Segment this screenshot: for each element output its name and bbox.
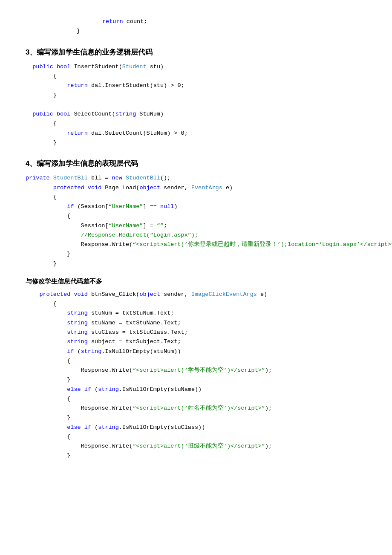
code-line: if (Session[“UserName”] == null) (26, 202, 366, 211)
code-line: { (26, 432, 366, 442)
code-line: { (26, 299, 366, 309)
code-line: return dal.InsertStudent(stu) > 0; (26, 81, 366, 90)
code-line: protected void Page_Load(object sender, … (26, 183, 366, 193)
code-line: string subject = txtSubject.Text; (26, 337, 366, 347)
save-code-block: protected void btnSave_Click(object send… (26, 290, 366, 461)
code-line: public bool SelectCount(string StuNum) (26, 110, 366, 119)
code-line: } (26, 413, 366, 422)
code-line: Response.Write(“<script>alert(‘姓名不能为空’)<… (26, 404, 366, 413)
code-line: Response.Write(“<script>alert(’你未登录或已超时，… (26, 240, 366, 249)
section3-code-block: public bool InsertStudent(Student stu) {… (26, 62, 366, 147)
code-line: Session[“UserName”] = “”; (26, 221, 366, 231)
code-line: } (26, 259, 366, 269)
code-line: { (26, 193, 366, 202)
code-line: string stuClass = txtStuClass.Text; (26, 328, 366, 337)
code-line: Response.Write(“<script>alert(‘学号不能为空’)<… (26, 366, 366, 375)
code-line: { (26, 356, 366, 366)
code-line: } (26, 451, 366, 460)
code-line: protected void btnSave_Click(object send… (26, 290, 366, 299)
code-line (26, 100, 366, 110)
code-line: } (26, 91, 366, 100)
code-line: else if (string.IsNullOrEmpty(stuName)) (26, 385, 366, 394)
section3-heading: 3、编写添加学生信息的业务逻辑层代码 (26, 46, 366, 58)
code-line: string stuName = txtStuName.Text; (26, 318, 366, 328)
code-line: string stuNum = txtStuNum.Text; (26, 309, 366, 318)
code-line: { (26, 119, 366, 128)
code-line: else if (string.IsNullOrEmpty(stuClass)) (26, 423, 366, 432)
note-text: 与修改学生信息代码差不多 (26, 276, 366, 286)
code-line: { (26, 211, 366, 221)
code-line: public bool InsertStudent(Student stu) (26, 62, 366, 72)
section4-heading: 4、编写添加学生信息的表现层代码 (26, 158, 366, 169)
code-line: Response.Write(“<script>alert(‘班级不能为空’)<… (26, 442, 366, 451)
code-line: if (string.IsNullOrEmpty(stuNum)) (26, 347, 366, 356)
code-line: } (26, 138, 366, 147)
code-line: } (26, 375, 366, 384)
code-line: { (26, 394, 366, 404)
code-line: return dal.SelectCount(StuNum) > 0; (26, 129, 366, 138)
top-code-block: return count; } (26, 17, 366, 36)
code-line: { (26, 72, 366, 81)
code-line: } (26, 249, 366, 259)
code-line: return count; (26, 17, 366, 26)
code-line: } (26, 26, 366, 36)
code-line: //Response.Redirect(“Login.aspx”); (26, 231, 366, 240)
page-content: return count; } 3、编写添加学生信息的业务逻辑层代码 publi… (26, 17, 366, 461)
section4-code-block: private StudentBll bll = new StudentBll(… (26, 173, 366, 269)
code-line: private StudentBll bll = new StudentBll(… (26, 173, 366, 183)
